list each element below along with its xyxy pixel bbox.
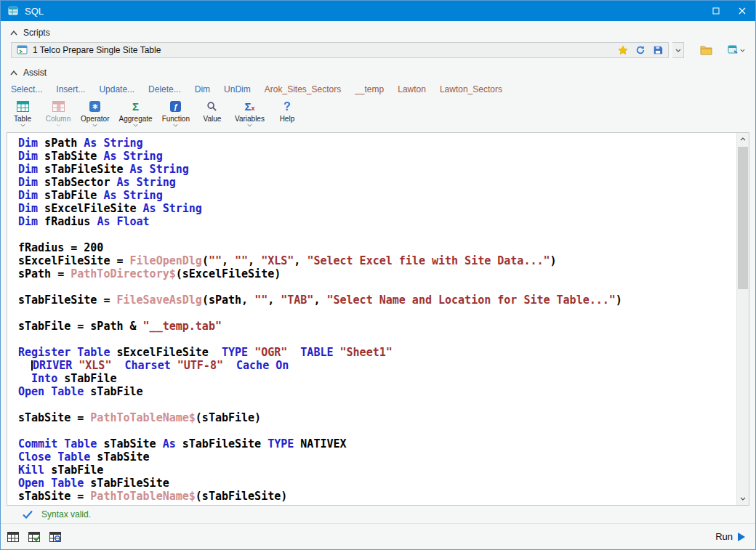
value-magnifier-icon: [206, 100, 217, 113]
code-line: Dim sExcelFileSite As String: [18, 202, 736, 215]
scrollbar-thumb[interactable]: [738, 147, 748, 289]
chevron-down-icon: [56, 124, 61, 127]
code-line: Dim sTabFileSite As String: [18, 163, 736, 176]
operator-button[interactable]: ∗ Operator: [81, 100, 109, 128]
link-dim[interactable]: Dim: [195, 84, 210, 94]
variables-icon: Σx: [244, 100, 254, 113]
code-line: sTabSite = PathToTableName$(sTabFile): [18, 411, 736, 424]
window-title: SQL: [25, 6, 44, 17]
code-line: Into sTabFile: [18, 372, 736, 385]
link-table-lawton[interactable]: Lawton: [398, 84, 426, 94]
script-dropdown-button[interactable]: [672, 42, 684, 58]
verify-table-button[interactable]: [28, 530, 41, 543]
code-line: [18, 398, 736, 411]
code-line: Dim fRadius As Float: [18, 215, 736, 228]
code-line: Commit Table sTabSite As sTabFileSite TY…: [18, 437, 736, 450]
bottom-toolbar: Run: [1, 523, 755, 549]
code-editor[interactable]: Dim sPath As StringDim sTabSite As Strin…: [7, 132, 749, 506]
code-line: [18, 307, 736, 320]
code-line: Open Table sTabFileSite: [18, 477, 736, 490]
chevron-up-icon: [10, 70, 17, 76]
scroll-down-icon[interactable]: [737, 493, 749, 505]
link-select[interactable]: Select...: [11, 84, 42, 94]
chevron-down-icon: [675, 49, 681, 52]
table-arrow-icon: [728, 45, 739, 55]
table-button[interactable]: Table: [9, 100, 36, 128]
link-table-arok-sites-sectors[interactable]: Arok_Sites_Sectors: [265, 84, 341, 94]
save-script-icon[interactable]: [651, 44, 664, 57]
run-label: Run: [715, 531, 733, 542]
script-file-icon: [15, 44, 28, 57]
table-structure-button[interactable]: [49, 530, 62, 543]
code-line: Dim sTabSector As String: [18, 176, 736, 189]
table-options-button[interactable]: [728, 42, 745, 58]
assist-section-header[interactable]: Assist: [1, 61, 755, 80]
browse-table-button[interactable]: [7, 530, 20, 543]
link-insert[interactable]: Insert...: [56, 84, 85, 94]
code-line: [18, 424, 736, 437]
link-table-temp[interactable]: __temp: [355, 84, 384, 94]
favorite-star-icon[interactable]: [616, 44, 630, 57]
code-line: [18, 333, 736, 346]
open-script-folder-button[interactable]: [697, 42, 715, 58]
chevron-down-icon: [20, 124, 25, 127]
chevron-down-icon: [133, 124, 138, 127]
function-button[interactable]: ƒ Function: [162, 100, 190, 128]
column-icon: [52, 100, 65, 113]
code-line: Close Table sTabSite: [18, 450, 736, 464]
function-icon: ƒ: [170, 100, 181, 113]
code-line: Dim sTabSite As String: [18, 150, 736, 163]
code-line: [18, 280, 736, 294]
script-selector-row: 1 Telco Prepare Single Site Table: [1, 40, 755, 61]
scrollbar-track[interactable]: [737, 145, 749, 493]
sync-script-icon[interactable]: [634, 44, 647, 57]
editor-scrollbar[interactable]: [736, 133, 749, 505]
window-controls: [703, 1, 755, 21]
value-button[interactable]: Value: [199, 100, 225, 128]
run-button[interactable]: Run: [715, 531, 745, 542]
link-undim[interactable]: UnDim: [224, 84, 251, 94]
code-line: Kill sTabFile: [18, 464, 736, 477]
code-line: DRIVER "XLS" Charset "UTF-8" Cache On: [18, 359, 736, 372]
assist-toolbar: Table Column ∗ Operator Σ Aggregate: [1, 97, 755, 132]
chevron-down-icon: [247, 124, 252, 127]
aggregate-icon: Σ: [132, 100, 139, 113]
chevron-down-icon: [740, 49, 745, 52]
script-selector[interactable]: 1 Telco Prepare Single Site Table: [11, 42, 669, 58]
maximize-button[interactable]: [703, 1, 729, 21]
assist-section-label: Assist: [23, 68, 47, 78]
variables-button[interactable]: Σx Variables: [235, 100, 265, 128]
code-line: Dim sTabFile As String: [18, 189, 736, 202]
syntax-status-text: Syntax valid.: [41, 509, 91, 519]
titlebar: SQL: [1, 1, 755, 21]
aggregate-button[interactable]: Σ Aggregate: [118, 100, 152, 128]
sql-window: SQL Scripts 1 Telco Prepare Single Site …: [0, 0, 756, 550]
help-button[interactable]: ? Help: [274, 100, 300, 128]
code-line: fRadius = 200: [18, 241, 736, 254]
selected-script-name: 1 Telco Prepare Single Site Table: [33, 45, 612, 55]
link-table-lawton-sectors[interactable]: Lawton_Sectors: [440, 84, 502, 94]
folder-icon: [700, 45, 712, 55]
link-delete[interactable]: Delete...: [148, 84, 181, 94]
code-line: sTabFileSite = FileSaveAsDlg(sPath, "", …: [18, 294, 736, 307]
code-line: Register Table sExcelFileSite TYPE "OGR"…: [18, 346, 736, 359]
code-line: sPath = PathToDirectory$(sExcelFileSite): [18, 267, 736, 280]
table-icon: [17, 100, 29, 113]
code-line: sTabSite = PathToTableName$(sTabFileSite…: [18, 490, 736, 503]
close-button[interactable]: [729, 1, 755, 21]
column-button[interactable]: Column: [45, 100, 71, 128]
code-line: Open Table sTabFile: [18, 385, 736, 398]
statusbar: Syntax valid.: [1, 506, 755, 523]
chevron-down-icon: [92, 124, 97, 127]
code-lines[interactable]: Dim sPath As StringDim sTabSite As Strin…: [7, 133, 736, 505]
scripts-section-header[interactable]: Scripts: [1, 21, 755, 40]
operator-icon: ∗: [89, 100, 100, 113]
link-update[interactable]: Update...: [99, 84, 134, 94]
assist-links-row: Select... Insert... Update... Delete... …: [1, 80, 755, 97]
code-line: Dim sPath As String: [18, 137, 736, 150]
scripts-section-label: Scripts: [23, 28, 50, 38]
scroll-up-icon[interactable]: [737, 133, 749, 145]
code-line: sTabFile = sPath & "__temp.tab": [18, 320, 736, 333]
run-play-icon: [738, 533, 745, 541]
help-icon: ?: [284, 100, 291, 113]
